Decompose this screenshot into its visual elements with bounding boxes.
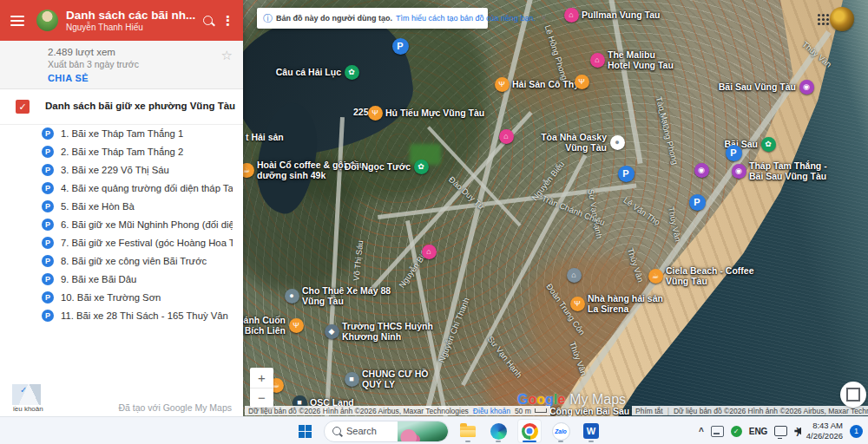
more-options-icon[interactable]: ⋮ [221, 14, 234, 27]
security-tray-icon[interactable]: ✓ [731, 426, 742, 437]
parking-icon: P [397, 42, 403, 51]
info-icon: ⓘ [263, 14, 273, 23]
list-item[interactable]: P6. Bãi giữ xe Mũi Nghinh Phong (đối diệ… [0, 215, 243, 233]
camera-icon: ◉ [698, 166, 705, 174]
star-icon[interactable]: ☆ [221, 48, 233, 63]
banh-cuon-bich-lien-marker[interactable]: Ψ [289, 318, 304, 333]
terms-link[interactable]: Điều khoản [473, 407, 510, 415]
bai-sau-vung-tau-photo-marker[interactable]: ◉ [799, 80, 814, 95]
cau-ca-hai-luc-marker[interactable]: ✿ [345, 65, 359, 80]
camera-icon: ◉ [803, 83, 810, 91]
list-item[interactable]: P9. Bãi xe Bãi Dâu [0, 270, 243, 288]
author-avatar[interactable] [36, 10, 58, 31]
terms-thumbnail[interactable]: ✓ [12, 384, 41, 405]
unikey-tray-icon[interactable] [711, 426, 724, 437]
list-item-label: 10. Bãi xe Trường Sơn [61, 292, 233, 303]
la-sirena-marker[interactable]: Ψ [570, 297, 585, 311]
nature-icon: ✿ [348, 69, 355, 76]
menu-icon[interactable] [10, 16, 24, 26]
list-item[interactable]: P7. Bãi giữ xe Festival (góc Hoàng Hoa T… [0, 233, 243, 251]
parking-marker-icon: P [42, 237, 54, 249]
the-malibu-hotel-marker[interactable]: ⌂ [590, 53, 605, 68]
poi-icon: ● [615, 139, 619, 147]
list-item[interactable]: P11. Bãi xe 28 Thi Sách - 165 Thuỳ Vân [0, 306, 243, 324]
cafe-icon: ☕ [273, 382, 279, 389]
list-item-label: 4. Bãi xe quảng trường đối diện tháp Tam… [61, 183, 233, 193]
google-apps-grid-icon[interactable] [818, 14, 820, 16]
layer-checkbox[interactable]: ✓ [16, 100, 30, 114]
search-icon[interactable] [203, 16, 213, 25]
list-item-label: 9. Bãi xe Bãi Dâu [61, 274, 233, 284]
restaurant-icon: Ψ [578, 78, 585, 86]
file-explorer-button[interactable] [457, 420, 479, 442]
map-label: 225 [353, 107, 369, 117]
fullscreen-button[interactable] [840, 382, 866, 408]
bing-daily-image[interactable] [398, 421, 448, 441]
list-item[interactable]: P10. Bãi xe Trường Sơn [0, 288, 243, 306]
chrome-button[interactable] [517, 419, 542, 443]
photo-poi-marker[interactable]: ◉ [694, 163, 709, 178]
list-item-label: 7. Bãi giữ xe Festival (góc Hoàng Hoa Th… [61, 238, 233, 248]
thap-tam-thang-photo-marker[interactable]: ◉ [732, 164, 746, 179]
parking-2-marker[interactable]: P [618, 166, 635, 182]
toa-nha-oasky-marker[interactable]: ● [610, 135, 625, 150]
pullman-vung-tau-marker[interactable]: ⌂ [564, 8, 579, 23]
shop-icon: ● [289, 292, 293, 300]
list-item-label: 1. Bãi xe Tháp Tam Thắng 1 [61, 128, 233, 139]
list-item[interactable]: P4. Bãi xe quảng trường đối diện tháp Ta… [0, 179, 243, 197]
doi-ngoc-tuoc-marker[interactable]: ✿ [414, 160, 429, 174]
hotel-poi-2-marker[interactable]: ⌂ [422, 245, 437, 259]
bai-sau-beach-marker[interactable]: ✿ [761, 137, 776, 152]
list-item[interactable]: P3. Bãi xe 229 Võ Thị Sáu [0, 160, 243, 179]
thap-tam-thang-photo-label: Tháp Tam Thắng - Bãi Sau Vũng Tàu [749, 160, 829, 181]
zoom-in-button[interactable]: + [250, 368, 273, 388]
language-indicator[interactable]: ENG [749, 427, 768, 436]
edge-button[interactable] [487, 420, 510, 442]
lodging-poi-marker[interactable]: ⌂ [567, 268, 582, 283]
hai-san-co-thy-2-marker[interactable]: Ψ [495, 77, 510, 92]
hu-tieu-muc-marker[interactable]: Ψ [368, 106, 383, 121]
list-item[interactable]: P1. Bãi xe Tháp Tam Thắng 1 [0, 124, 243, 142]
restaurant-poi-marker[interactable]: Ψ [575, 75, 589, 89]
list-item[interactable]: P5. Bãi xe Hòn Bà [0, 197, 243, 215]
parking-marker-icon: P [42, 219, 54, 231]
list-item[interactable]: P2. Bãi xe Tháp Tam Thắng 2 [0, 142, 243, 160]
ciela-beach-coffee-marker[interactable]: ☕ [648, 269, 663, 284]
hotel-icon: ⌂ [426, 248, 431, 256]
share-button[interactable]: CHIA SẺ [48, 73, 89, 83]
edge-icon [490, 423, 507, 440]
display-icon[interactable] [774, 426, 787, 436]
account-avatar[interactable] [830, 7, 854, 31]
list-item-label: 11. Bãi xe 28 Thi Sách - 165 Thuỳ Vân [61, 310, 233, 321]
parking-list: P1. Bãi xe Tháp Tam Thắng 1P2. Bãi xe Th… [0, 124, 243, 324]
zalo-button[interactable]: Zalo [549, 420, 572, 442]
clock[interactable]: 8:43 AM 4/26/2026 [806, 421, 843, 441]
taskbar-search[interactable]: Search [324, 421, 449, 442]
map-author: Nguyễn Thanh Hiếu [66, 23, 201, 32]
windows-taskbar: Search Zalo W [0, 416, 868, 444]
parking-3-marker[interactable]: P [726, 145, 742, 161]
notification-badge[interactable]: 1 [850, 425, 863, 438]
parking-4-marker[interactable]: P [689, 194, 706, 211]
cho-thue-xe-may-88-marker[interactable]: ● [285, 289, 299, 304]
hotel-poi-1-marker[interactable]: ⌂ [499, 129, 514, 144]
truong-thcs-huynh-khuong-ninh-marker[interactable]: ◆ [325, 324, 339, 339]
list-item[interactable]: P8. Bãi giữ xe công viên Bãi Trước [0, 251, 243, 270]
hu-tieu-muc-label: Hủ Tiếu Mực Vũng Tàu [385, 108, 484, 118]
word-button[interactable]: W [580, 420, 602, 442]
my-maps-sidebar: Danh sách các bãi nh... Nguyễn Thanh Hiế… [0, 0, 243, 416]
bai-sau-vung-tau-photo-label: Bãi Sau Vũng Tàu [719, 82, 796, 92]
zoom-out-button[interactable]: − [250, 388, 273, 408]
shortcuts-link[interactable]: Phím tắt [635, 407, 663, 415]
parking-1-marker[interactable]: P [392, 38, 409, 55]
tray-chevron-icon[interactable]: ^ [699, 427, 704, 436]
start-button[interactable] [293, 420, 316, 442]
list-item-label: 2. Bãi xe Tháp Tam Thắng 2 [61, 147, 233, 157]
chung-cu-ho-quy-ly-marker[interactable]: ■ [345, 372, 359, 387]
notice-close-icon[interactable]: × [541, 13, 547, 23]
view-count: 2.489 lượt xem [48, 47, 115, 57]
map-canvas[interactable]: Lê Hồng PhongLê Hồng PhongThùy VânThùy V… [243, 0, 868, 416]
hoai-co-coffee-marker[interactable]: ☕ [243, 163, 254, 178]
restaurant-icon: Ψ [293, 322, 299, 330]
notice-learn-link[interactable]: Tìm hiểu cách tạo bản đồ của riêng bạn. [396, 14, 536, 23]
